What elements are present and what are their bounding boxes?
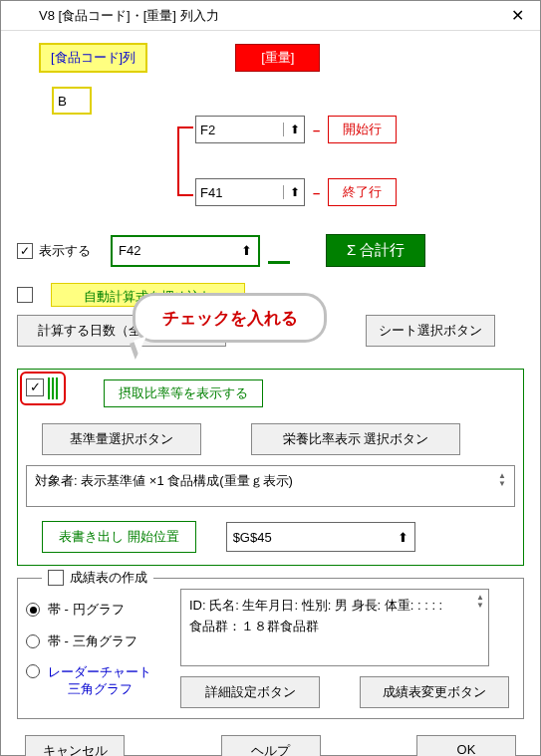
food-code-col-label: [食品コード]列 <box>39 43 147 73</box>
titlebar: V8 [食品コード]・[重量] 列入力 ✕ <box>1 1 540 31</box>
sum-row-button[interactable]: Σ 合計行 <box>326 234 425 267</box>
end-row-label: 終了行 <box>328 178 397 206</box>
info-line1: ID: 氏名: 生年月日: 性別: 男 身長: 体重: : : : : <box>189 596 480 617</box>
ref-picker-icon[interactable]: ⬆ <box>283 123 300 136</box>
bracket-line <box>177 126 193 196</box>
weight-label: [重量] <box>235 44 320 72</box>
target-text: 対象者: 表示基準値 ×1 食品構成(重量ｇ表示) <box>35 472 293 490</box>
ok-button[interactable]: OK <box>416 735 516 756</box>
dash-icon: – <box>313 185 320 200</box>
content-area: [食品コード]列 [重量] F2 ⬆ – 開始行 F41 ⬆ – 終了行 ✓ 表… <box>1 31 540 756</box>
radio-triangle[interactable] <box>26 634 40 648</box>
show-checkbox[interactable]: ✓ <box>17 243 33 259</box>
window-title: V8 [食品コード]・[重量] 列入力 <box>9 7 219 25</box>
cancel-button[interactable]: キャンセル <box>25 735 125 756</box>
radio-triangle-row[interactable]: 帯 - 三角グラフ <box>26 632 170 650</box>
highlight-box: ✓ <box>20 372 66 405</box>
stripe-decoration <box>48 378 60 399</box>
radio-pie[interactable] <box>26 603 40 617</box>
start-cell-value: F2 <box>200 123 215 137</box>
dash-icon: – <box>313 123 320 137</box>
standard-select-button[interactable]: 基準量選択ボタン <box>42 423 201 455</box>
ratio-checkbox[interactable]: ✓ <box>26 378 44 396</box>
export-position-label: 表書き出し 開始位置 <box>42 521 196 553</box>
sum-cell-value: F42 <box>119 243 140 258</box>
radio-radar[interactable] <box>26 664 40 678</box>
end-cell-input[interactable]: F41 ⬆ <box>195 178 305 206</box>
radio-pie-row[interactable]: 帯 - 円グラフ <box>26 601 170 619</box>
export-cell-input[interactable]: $G$45 ⬆ <box>226 522 415 552</box>
sum-cell-input[interactable]: F42 ⬆ <box>111 235 260 267</box>
start-cell-input[interactable]: F2 ⬆ <box>195 116 305 143</box>
ref-picker-icon[interactable]: ⬆ <box>283 185 300 199</box>
target-textbox[interactable]: 対象者: 表示基準値 ×1 食品構成(重量ｇ表示) ▲▼ <box>26 465 515 507</box>
radio-triangle-label: 帯 - 三角グラフ <box>48 632 137 650</box>
info-line2: 食品群：１８群食品群 <box>189 617 480 637</box>
result-group: 成績表の作成 帯 - 円グラフ 帯 - 三角グラフ レーダーチャート 三角グラフ <box>17 578 524 719</box>
ratio-group: ✓ 摂取比率等を表示する 基準量選択ボタン 栄養比率表示 選択ボタン 対象者: … <box>17 369 524 566</box>
close-icon[interactable]: ✕ <box>502 1 532 31</box>
result-change-button[interactable]: 成績表変更ボタン <box>360 676 509 708</box>
radio-pie-label: 帯 - 円グラフ <box>48 601 125 619</box>
end-cell-value: F41 <box>200 185 222 200</box>
auto-calc-checkbox[interactable] <box>17 287 33 303</box>
annotation-callout: チェックを入れる <box>133 293 327 343</box>
start-row-label: 開始行 <box>328 116 397 143</box>
show-label: 表示する <box>39 242 91 260</box>
callout-text: チェックを入れる <box>162 307 298 330</box>
spinner-icon[interactable]: ▲▼ <box>498 472 506 488</box>
result-create-label: 成績表の作成 <box>70 569 147 587</box>
radio-radar-row[interactable]: レーダーチャート 三角グラフ <box>26 664 170 698</box>
ref-picker-icon[interactable]: ⬆ <box>241 243 252 258</box>
result-create-checkbox[interactable] <box>48 570 64 586</box>
info-textbox[interactable]: ID: 氏名: 生年月日: 性別: 男 身長: 体重: : : : : 食品群：… <box>180 589 489 666</box>
sheet-select-button[interactable]: シート選択ボタン <box>366 315 495 347</box>
detail-settings-button[interactable]: 詳細設定ボタン <box>180 676 320 708</box>
spinner-icon[interactable]: ▲▼ <box>476 594 484 610</box>
radio-radar-label: レーダーチャート 三角グラフ <box>48 664 151 698</box>
column-letter-input[interactable] <box>52 87 92 115</box>
result-legend: 成績表の作成 <box>42 569 153 587</box>
nutrition-ratio-button[interactable]: 栄養比率表示 選択ボタン <box>251 423 460 455</box>
ref-picker-icon[interactable]: ⬆ <box>398 530 408 545</box>
help-button[interactable]: ヘルプ <box>221 735 321 756</box>
dialog-window: V8 [食品コード]・[重量] 列入力 ✕ [食品コード]列 [重量] F2 ⬆… <box>0 0 541 756</box>
underline-decoration <box>268 261 290 264</box>
ratio-display-label: 摂取比率等を表示する <box>104 379 263 407</box>
export-cell-value: $G$45 <box>233 530 272 545</box>
